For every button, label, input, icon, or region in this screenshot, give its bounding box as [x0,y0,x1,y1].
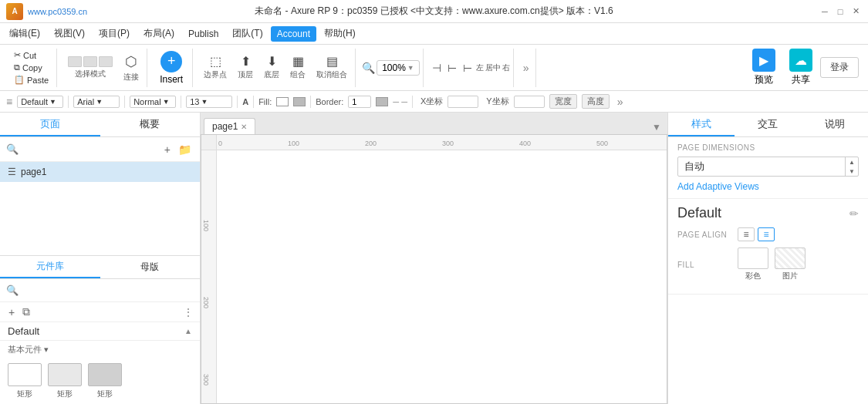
canvas-wrapper[interactable]: 0 100 200 300 400 500 100 200 300 [201,134,667,404]
share-button[interactable]: ☁ 共享 [783,45,819,89]
style-select[interactable]: Default ▼ [17,96,63,108]
format-menu-icon[interactable]: ≡ [6,96,12,108]
tab-masters[interactable]: 母版 [100,256,201,278]
close-button[interactable]: ✕ [849,5,862,18]
top-button[interactable]: ⬆ 顶层 [233,52,258,83]
page-item-page1[interactable]: ☰ page1 [0,162,200,182]
tab-notes[interactable]: 说明 [802,113,868,136]
page-align-label: PAGE ALIGN [677,231,731,239]
add-folder-button[interactable]: 📁 [176,143,194,157]
pages-search-icon[interactable]: 🔍 [6,143,19,155]
zoom-search-icon[interactable]: 🔍 [362,62,375,74]
border-style-icon[interactable]: ─ ─ [393,97,407,106]
x-coord-input[interactable] [448,96,478,108]
fill-color-option[interactable]: 彩色 [738,247,768,281]
ruler-mark-400: 400 [519,140,531,147]
menu-project[interactable]: 项目(P) [93,25,136,42]
width-label[interactable]: 宽度 [549,94,577,109]
border-input[interactable] [348,96,371,108]
widget-item-label-3: 矩形 [97,389,113,399]
maximize-button[interactable]: □ [834,5,846,18]
menu-layout[interactable]: 布局(A) [137,25,181,42]
default-edit-icon[interactable]: ✏ [849,207,859,220]
dim-arrow-up[interactable]: ▲ [846,157,858,167]
menu-view[interactable]: 视图(V) [48,25,91,42]
window-controls: ─ □ ✕ [819,5,862,18]
dim-arrow-down[interactable]: ▼ [846,167,858,176]
login-button[interactable]: 登录 [820,57,859,78]
add-adaptive-views-link[interactable]: Add Adaptive Views [677,181,859,192]
border-label: 边界点 [204,69,227,80]
tab-widgets[interactable]: 元件库 [0,256,100,278]
widget-item-1[interactable]: 矩形 [8,363,42,399]
page-align-left-button[interactable]: ≡ [738,227,755,241]
size-select[interactable]: 13 ▼ [186,96,232,108]
widget-item-2[interactable]: 矩形 [48,363,82,399]
page-dimensions-control: 自动 ▲ ▼ [677,157,859,177]
canvas-content[interactable] [217,150,667,403]
copy-button[interactable]: ⧉ Copy [9,62,53,73]
widget-category-label[interactable]: 基本元件 ▾ [0,341,200,359]
tab-outline[interactable]: 概要 [100,113,201,136]
page-align-icons: ≡ ≡ [738,227,775,241]
widget-more-button[interactable]: ⋮ [183,306,194,318]
size-chevron-icon: ▼ [201,98,208,106]
widget-library-chevron-icon[interactable]: ▲ [184,327,192,335]
font-select[interactable]: Arial ▼ [73,96,120,108]
fill-image-box [775,247,806,269]
widget-search-icon[interactable]: 🔍 [6,284,19,296]
fill-image-label: 图片 [782,271,798,281]
menu-file[interactable]: 编辑(E) [3,25,46,42]
insert-button[interactable]: + Insert [154,48,189,88]
center-label: 居中 [485,62,501,73]
fill-color-box2[interactable] [293,97,306,106]
ungroup-button[interactable]: ▤ 取消组合 [312,52,352,83]
fill-label: Fill: [258,97,272,106]
paste-icon: 📋 [14,75,25,85]
connect-button[interactable]: ⬡ 连接 [119,50,144,86]
zoom-control[interactable]: 100% ▼ [377,60,420,76]
widget-add-button[interactable]: + [6,305,17,319]
menu-publish[interactable]: Publish [182,26,225,42]
page-align-center-button[interactable]: ≡ [758,227,775,241]
preview-button[interactable]: ▶ 预览 [746,45,782,89]
align-center-button[interactable]: ⊢ [445,60,459,76]
group-button[interactable]: ▦ 组合 [285,52,310,83]
bottom-button[interactable]: ⬇ 底层 [259,52,284,83]
paste-button[interactable]: 📋 Paste [9,74,53,86]
format-more-button[interactable]: » [614,94,627,109]
tab-pages[interactable]: 页面 [0,113,100,136]
tab-style[interactable]: 样式 [668,113,735,136]
fill-color-box1[interactable] [276,97,289,106]
fill-color-label: 彩色 [745,271,761,281]
widget-item-3[interactable]: 矩形 [88,363,122,399]
minimize-button[interactable]: ─ [819,5,831,18]
ruler-mark-200: 200 [365,140,377,147]
share-icon: ☁ [789,49,812,72]
canvas-tab-arrow-icon[interactable]: ▼ [649,120,664,134]
bold-button[interactable]: A [242,97,248,106]
ruler-mark-100: 100 [288,140,299,147]
align-right-button[interactable]: ⊢ [461,60,475,76]
style2-select[interactable]: Normal ▼ [130,96,176,108]
border-color-box[interactable] [376,97,388,106]
preview-icon: ▶ [752,49,775,72]
tab-interact[interactable]: 交互 [735,113,801,136]
menu-team[interactable]: 团队(T) [226,25,269,42]
fill-image-option[interactable]: 图片 [775,247,806,281]
add-page-button[interactable]: + [162,143,173,157]
menu-help[interactable]: 帮助(H) [318,25,362,42]
more-button[interactable]: » [520,60,532,76]
canvas-tab-close-icon[interactable]: ✕ [241,123,247,131]
height-label[interactable]: 高度 [582,94,610,109]
select-mode-button[interactable]: 选择模式 [63,53,117,82]
fmt-divider-4 [237,96,238,108]
widget-copy-button[interactable]: ⧉ [20,305,32,319]
align-left-button[interactable]: ⊣ [430,60,444,76]
cut-button[interactable]: ✂ Cut [9,49,53,61]
canvas-tab-page1[interactable]: page1 ✕ [204,118,255,134]
ruler-mark-500: 500 [596,140,608,147]
y-coord-input[interactable] [514,96,545,108]
menu-account[interactable]: Account [271,26,316,42]
border-button[interactable]: ⬚ 边界点 [199,52,231,83]
